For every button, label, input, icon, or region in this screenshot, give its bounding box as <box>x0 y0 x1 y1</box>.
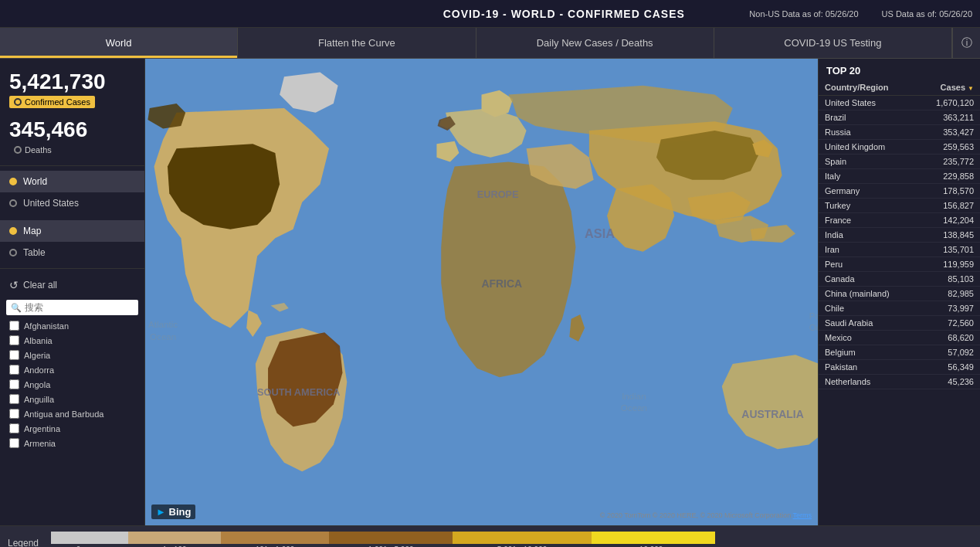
country-checkbox[interactable] <box>9 379 19 389</box>
country-checkbox[interactable] <box>9 423 19 433</box>
table-row[interactable]: China (mainland)82,985 <box>819 287 980 301</box>
country-checkbox[interactable] <box>9 438 19 448</box>
case-count: 363,211 <box>917 110 980 125</box>
col-cases[interactable]: Cases ▼ <box>917 80 980 96</box>
table-row[interactable]: United Kingdom259,563 <box>819 140 980 155</box>
top20-body: United States1,670,120Brazil363,211Russi… <box>819 96 980 389</box>
tab-testing[interactable]: COVID-19 US Testing <box>714 28 952 58</box>
case-count: 135,701 <box>917 243 980 257</box>
country-name: France <box>819 213 917 228</box>
table-row[interactable]: Chile73,997 <box>819 301 980 316</box>
search-container[interactable]: 🔍 <box>6 300 138 315</box>
tab-world[interactable]: World <box>0 28 238 58</box>
table-row[interactable]: Brazil363,211 <box>819 110 980 125</box>
svg-text:Ocean: Ocean <box>150 331 176 341</box>
terms-link[interactable]: Terms <box>793 511 812 519</box>
legend-item: 0 cases <box>51 532 128 547</box>
country-item[interactable]: Albania <box>0 333 144 348</box>
page-title: COVID-19 - WORLD - CONFIRMED CASES <box>378 8 749 20</box>
deaths-label: Deaths <box>9 144 56 156</box>
top20-panel: TOP 20 Country/Region Cases ▼ United Sta… <box>818 59 980 525</box>
table-row[interactable]: Germany178,570 <box>819 184 980 199</box>
case-count: 56,349 <box>917 360 980 375</box>
confirmed-radio <box>14 98 22 106</box>
country-checkbox[interactable] <box>9 394 19 404</box>
world-radio <box>9 178 17 185</box>
table-row[interactable]: Saudi Arabia72,560 <box>819 316 980 331</box>
confirmed-number: 5,421,730 <box>9 70 135 94</box>
country-item[interactable]: Anguilla <box>0 392 144 406</box>
table-row[interactable]: Peru119,959 <box>819 257 980 272</box>
country-item[interactable]: Afghanistan <box>0 318 144 333</box>
country-item[interactable]: Algeria <box>0 348 144 362</box>
legend-label: Legend <box>8 538 39 548</box>
svg-text:Pacific: Pacific <box>809 311 818 321</box>
table-row[interactable]: Belgium57,092 <box>819 345 980 360</box>
nav-world[interactable]: World <box>0 171 144 192</box>
country-item[interactable]: Argentina <box>0 421 144 436</box>
top20-table: Country/Region Cases ▼ United States1,67… <box>819 80 980 389</box>
clear-all-button[interactable]: ↺ Clear all <box>0 274 144 297</box>
country-name: Iran <box>819 243 917 257</box>
map-area[interactable]: ASIA EUROPE AFRICA SOUTH AMERICA AUSTRAL… <box>145 59 818 525</box>
case-count: 73,997 <box>917 301 980 316</box>
country-name: Russia <box>819 125 917 140</box>
country-name: United States <box>819 96 917 110</box>
country-name: Peru <box>819 257 917 272</box>
view-map[interactable]: Map <box>0 220 144 242</box>
table-row[interactable]: Iran135,701 <box>819 243 980 257</box>
country-checkbox[interactable] <box>9 321 19 331</box>
country-name: Brazil <box>819 110 917 125</box>
table-row[interactable]: Netherlands45,236 <box>819 375 980 389</box>
country-item[interactable]: Angola <box>0 377 144 392</box>
confirmed-label: Confirmed Cases <box>9 96 95 108</box>
table-row[interactable]: Spain235,772 <box>819 155 980 169</box>
nav-us[interactable]: United States <box>0 192 144 214</box>
table-row[interactable]: Canada85,103 <box>819 272 980 287</box>
divider-2 <box>0 268 144 269</box>
country-name: Spain <box>819 155 917 169</box>
svg-text:Indian: Indian <box>622 391 646 401</box>
country-name: Mexico <box>819 331 917 345</box>
table-row[interactable]: India138,845 <box>819 228 980 243</box>
us-date: US Data as of: 05/26/20 <box>882 9 972 19</box>
country-name: Germany <box>819 184 917 199</box>
info-button[interactable]: ⓘ <box>952 28 980 58</box>
tab-daily[interactable]: Daily New Cases / Deaths <box>476 28 714 58</box>
country-checkbox[interactable] <box>9 409 19 419</box>
case-count: 156,827 <box>917 199 980 213</box>
country-name: Chile <box>819 301 917 316</box>
deaths-number: 345,466 <box>9 117 135 142</box>
sidebar: 5,421,730 Confirmed Cases 345,466 Deaths… <box>0 59 145 525</box>
svg-text:AUSTRALIA: AUSTRALIA <box>741 408 803 420</box>
svg-text:SOUTH AMERICA: SOUTH AMERICA <box>257 386 340 398</box>
country-item[interactable]: Armenia <box>0 436 144 450</box>
sort-arrow: ▼ <box>968 85 974 92</box>
country-checkbox[interactable] <box>9 350 19 360</box>
legend-item: 5,001 - 10,000 <box>453 532 592 547</box>
country-checkbox[interactable] <box>9 335 19 345</box>
country-checkbox[interactable] <box>9 365 19 375</box>
map-radio <box>9 227 17 235</box>
table-row[interactable]: Russia353,427 <box>819 125 980 140</box>
table-row[interactable]: Mexico68,620 <box>819 331 980 345</box>
map-credits: © 2020 TomTom © 2020 HERE, © 2020 Micros… <box>600 511 812 519</box>
tab-flatten[interactable]: Flatten the Curve <box>238 28 476 58</box>
country-item[interactable]: Antigua and Barbuda <box>0 406 144 421</box>
legend-color <box>329 532 453 544</box>
legend-item: 1,001 - 5,000 <box>329 532 453 547</box>
view-table[interactable]: Table <box>0 242 144 263</box>
table-row[interactable]: United States1,670,120 <box>819 96 980 110</box>
case-count: 259,563 <box>917 140 980 155</box>
search-input[interactable] <box>25 302 134 313</box>
world-map: ASIA EUROPE AFRICA SOUTH AMERICA AUSTRAL… <box>145 59 818 525</box>
table-row[interactable]: Turkey156,827 <box>819 199 980 213</box>
table-row[interactable]: Italy229,858 <box>819 169 980 184</box>
country-name: Saudi Arabia <box>819 316 917 331</box>
case-count: 45,236 <box>917 375 980 389</box>
country-item[interactable]: Andorra <box>0 362 144 377</box>
table-row[interactable]: Pakistan56,349 <box>819 360 980 375</box>
legend-color <box>592 532 715 544</box>
deaths-stat: 345,466 Deaths <box>0 113 144 161</box>
table-row[interactable]: France142,204 <box>819 213 980 228</box>
